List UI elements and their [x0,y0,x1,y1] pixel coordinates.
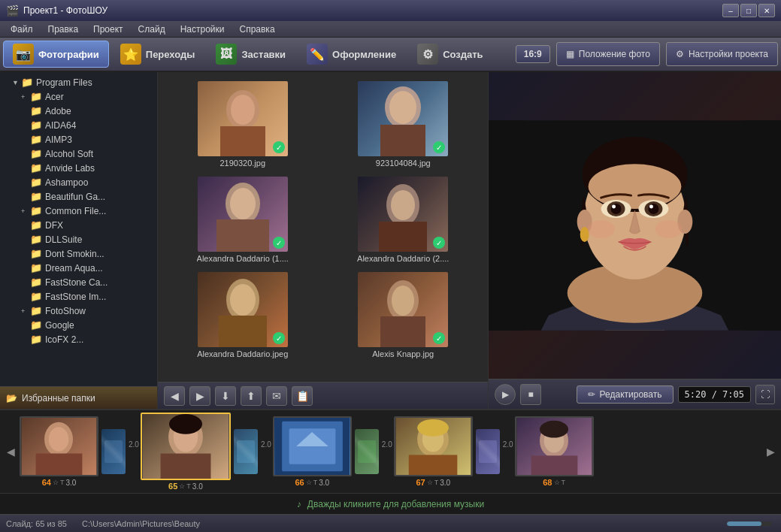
copy-button[interactable]: 📋 [292,386,313,406]
menu-slide[interactable]: Слайд [131,23,173,36]
check-badge: ✓ [273,237,285,249]
design-icon: ✏️ [307,44,328,65]
file-item[interactable]: ✓ 923104084.jpg [325,78,483,171]
tree-label: AIDA64 [45,120,76,131]
slide-thumbnail [20,416,98,476]
tree-item[interactable]: 📁 Alcohol Soft [0,147,157,161]
svg-rect-64 [531,455,577,475]
filmstrip-nav-left[interactable]: ◀ [3,446,18,458]
svg-rect-43 [104,440,123,463]
tree-item[interactable]: + 📁 Common File... [0,204,157,218]
slide-item[interactable]: 67 ☆ T 3.0 [394,416,473,487]
tree-item[interactable]: 📁 FastStone Ca... [0,275,157,289]
menu-edit[interactable]: Правка [41,23,86,36]
close-button[interactable]: ✕ [758,4,775,17]
file-tree-scroll[interactable]: ▼ 📁 Program Files + 📁 Acer 📁 Adobe [0,72,157,386]
tree-item[interactable]: 📁 IcoFX 2... [0,332,157,346]
tab-transitions[interactable]: ⭐ Переходы [110,41,205,68]
svg-point-10 [391,190,415,220]
tab-photos[interactable]: 📷 Фотографии [3,41,109,68]
edit-button[interactable]: ✏ Редактировать [577,385,674,404]
star-icon: ☆ [306,479,312,486]
slide-item-active[interactable]: 65 ☆ T 3.0 [141,413,231,491]
slide-thumbnail-active [141,413,231,480]
check-badge: ✓ [273,332,285,344]
tree-item[interactable]: 📁 FastStone Im... [0,289,157,304]
tree-item[interactable]: 📁 Adobe [0,104,157,118]
svg-point-13 [230,284,256,316]
project-settings-button[interactable]: ⚙ Настройки проекта [666,42,778,66]
tree-item[interactable]: 📁 Dont Smokin... [0,246,157,261]
minimize-button[interactable]: – [722,4,739,17]
svg-rect-49 [237,440,255,463]
favorites-button[interactable]: 📂 Избранные папки [0,386,157,409]
star-icon: ☆ [554,479,560,486]
tree-item[interactable]: 📁 Anvide Labs [0,161,157,175]
pencil-icon: ✏ [588,389,595,400]
favorites-label: Избранные папки [22,393,95,404]
photo-position-button[interactable]: ▦ Положение фото [556,42,660,66]
slide-item[interactable]: 68 ☆ T [515,416,594,487]
file-tree-panel: ▼ 📁 Program Files + 📁 Acer 📁 Adobe [0,72,158,409]
preview-face-svg [489,72,781,379]
tree-item[interactable]: + 📁 Acer [0,89,157,104]
transition-duration: 2.0 [261,440,271,449]
filmstrip-nav-right[interactable]: ▶ [763,446,778,458]
nav-back-button[interactable]: ◀ [164,386,185,406]
nav-forward-button[interactable]: ▶ [189,386,210,406]
music-icon: ♪ [297,499,301,509]
file-item[interactable]: ✓ 2190320.jpg [164,78,322,171]
slide-item[interactable]: 66 ☆ T 3.0 [273,416,352,487]
tree-item[interactable]: ▼ 📁 Program Files [0,75,157,89]
svg-rect-19 [489,120,526,330]
slide-number: 68 [543,478,552,487]
svg-rect-8 [216,219,269,252]
tab-savers[interactable]: 🖼 Заставки [206,41,295,68]
file-name: Alexis Knapp.jpg [372,349,434,358]
file-name: Alexandra Daddario (2.... [357,254,449,263]
tree-item[interactable]: 📁 AIMP3 [0,132,157,147]
tab-create[interactable]: ⚙ Создать [407,41,492,68]
slide-item[interactable]: 64 ☆ T 3.0 [20,416,98,487]
menu-project[interactable]: Проект [86,23,131,36]
file-item[interactable]: ✓ Alexandra Daddario (2.... [325,174,483,266]
file-thumbnail: ✓ [358,272,448,347]
tab-design[interactable]: ✏️ Оформление [297,41,406,68]
file-thumbnail: ✓ [198,272,288,347]
transition-item[interactable] [100,422,127,482]
tree-item[interactable]: + 📁 FotoShow [0,304,157,318]
svg-point-4 [389,91,416,124]
file-item[interactable]: ✓ Alexandra Daddario.jpeg [164,269,322,361]
slide-duration: 3.0 [319,479,329,487]
transition-item[interactable] [474,422,501,482]
svg-rect-53 [358,440,376,463]
svg-point-47 [169,414,202,434]
tree-item[interactable]: 📁 AIDA64 [0,118,157,132]
menu-help[interactable]: Справка [232,23,282,36]
maximize-button[interactable]: □ [740,4,757,17]
tree-item[interactable]: 📁 Beautifun Ga... [0,189,157,204]
file-item[interactable]: ✓ Alexis Knapp.jpg [325,269,483,361]
play-button[interactable]: ▶ [495,384,516,405]
file-thumbnail: ✓ [198,177,288,252]
menu-file[interactable]: Файл [3,23,41,36]
upload-button[interactable]: ⬆ [241,386,262,406]
music-bar[interactable]: ♪ Дважды кликните для добавления музыки [0,493,781,514]
svg-rect-14 [219,316,267,347]
transition-item[interactable] [232,422,259,482]
mail-button[interactable]: ✉ [266,386,287,406]
tree-item[interactable]: 📁 Dream Aqua... [0,261,157,275]
fullscreen-button[interactable]: ⛶ [755,385,775,404]
transition-item[interactable] [353,422,380,482]
tree-label: Anvide Labs [45,163,95,174]
stop-button[interactable]: ■ [520,384,541,405]
file-item[interactable]: ✓ Alexandra Daddario (1.... [164,174,322,266]
tree-item[interactable]: 📁 DFX [0,218,157,232]
tree-item[interactable]: 📁 Google [0,318,157,332]
menu-settings[interactable]: Настройки [173,23,232,36]
svg-point-7 [230,188,256,219]
tree-item[interactable]: 📁 DLLSuite [0,232,157,246]
download-button[interactable]: ⬇ [215,386,236,406]
tree-item[interactable]: 📁 Ashampoo [0,175,157,189]
tree-label: Adobe [45,106,71,116]
